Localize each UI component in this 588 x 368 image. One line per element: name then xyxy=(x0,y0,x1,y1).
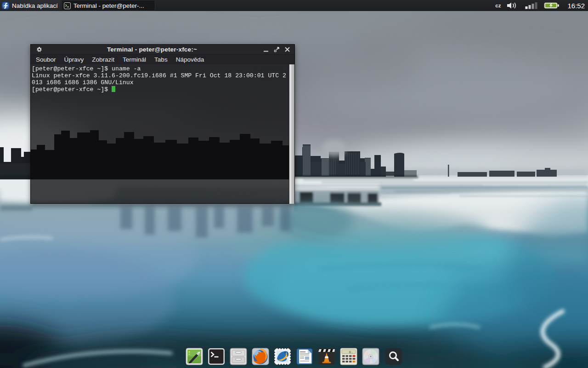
svg-text:0.: 0. xyxy=(349,350,353,354)
